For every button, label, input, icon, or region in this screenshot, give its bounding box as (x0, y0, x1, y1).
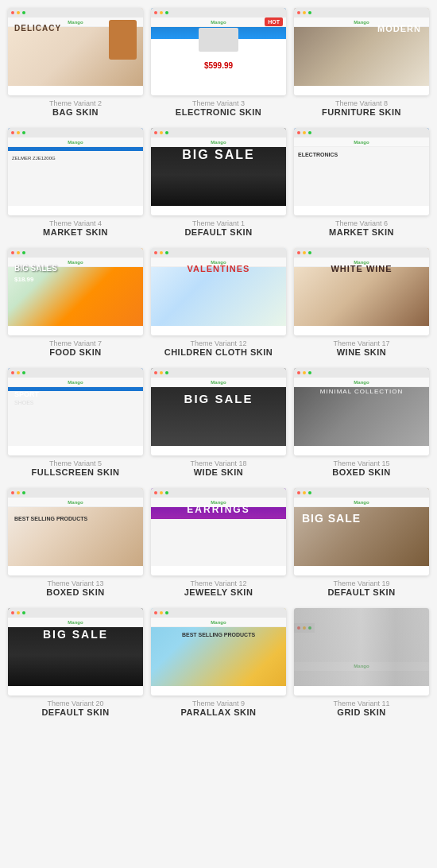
skin-item-skin-default20[interactable]: MangoTheme Variant 20DEFAULT SKIN (8, 608, 143, 720)
skin-variant-label: Theme Variant 11 (334, 699, 390, 707)
browser-bar (294, 488, 429, 498)
dot-green (22, 371, 25, 374)
skin-item-skin-children[interactable]: MangoTheme Variant 12CHILDREN CLOTH SKIN (151, 248, 286, 360)
dot-green (22, 491, 25, 494)
skin-preview-skin-boxed15: Mango (294, 368, 429, 455)
browser-bar (294, 368, 429, 378)
skin-name-label: BAG SKIN (52, 107, 99, 117)
skin-name-label: CHILDREN CLOTH SKIN (164, 347, 273, 357)
dot-green (165, 491, 168, 494)
skin-name-label: FURNITURE SKIN (322, 107, 401, 117)
dot-yellow (160, 491, 163, 494)
navbar-sim: Mango (8, 618, 143, 627)
skin-item-skin-default19[interactable]: MangoTheme Variant 19DEFAULT SKIN (294, 488, 429, 600)
skin-content-skin-grid: Mango (294, 608, 429, 686)
skin-name-label: MARKET SKIN (329, 227, 394, 237)
logo: Mango (354, 664, 369, 668)
skin-item-skin-wide[interactable]: MangoTheme Variant 18WIDE SKIN (151, 368, 286, 480)
navbar-sim: Mango (8, 498, 143, 507)
navbar-sim: Mango (151, 498, 286, 507)
skin-variant-label: Theme Variant 12 (191, 339, 247, 347)
dot-green (165, 11, 168, 14)
logo: Mango (354, 140, 369, 145)
skin-content-skin-default19: Mango (294, 488, 429, 566)
logo: Mango (211, 140, 226, 145)
dot-yellow (17, 251, 20, 254)
skin-variant-label: Theme Variant 7 (49, 339, 102, 347)
skin-item-skin-wine[interactable]: MangoTheme Variant 17WINE SKIN (294, 248, 429, 360)
skin-preview-skin-default1: Mango (151, 128, 286, 215)
dot-yellow (17, 611, 20, 614)
logo: Mango (354, 500, 369, 505)
skin-variant-label: Theme Variant 18 (191, 459, 247, 467)
dot-yellow (17, 371, 20, 374)
skin-variant-label: Theme Variant 9 (192, 699, 245, 707)
skin-item-skin-market6[interactable]: MangoTheme Variant 6MARKET SKIN (294, 128, 429, 240)
dot-yellow (303, 491, 306, 494)
skin-content-skin-market6: Mango (294, 128, 429, 206)
navbar-sim: Mango (294, 662, 429, 672)
skin-name-label: BOXED SKIN (332, 467, 390, 477)
skin-preview-skin-default20: Mango (8, 608, 143, 696)
dot-yellow (160, 251, 163, 254)
logo: Mango (211, 500, 226, 505)
skin-content-skin-wine: Mango (294, 248, 429, 326)
browser-bar (8, 248, 143, 258)
dot-green (165, 371, 168, 374)
skin-variant-label: Theme Variant 17 (334, 339, 390, 347)
browser-bar (8, 368, 143, 378)
logo: Mango (211, 20, 226, 25)
skin-item-skin-market4[interactable]: MangoTheme Variant 4MARKET SKIN (8, 128, 143, 240)
skin-item-skin-food[interactable]: MangoTheme Variant 7FOOD SKIN (8, 248, 143, 360)
skin-item-skin-jewelry[interactable]: MangoTheme Variant 12JEWEELY SKIN (151, 488, 286, 600)
logo: Mango (354, 380, 369, 385)
browser-bar (8, 488, 143, 498)
skin-item-skin-furniture[interactable]: MangoTheme Variant 8FURNITURE SKIN (294, 8, 429, 120)
skin-item-skin-boxed15[interactable]: MangoTheme Variant 15BOXED SKIN (294, 368, 429, 480)
browser-bar (151, 368, 286, 378)
dot-green (308, 371, 311, 374)
skin-preview-skin-food: Mango (8, 248, 143, 335)
navbar-sim: Mango (8, 378, 143, 387)
browser-bar (151, 8, 286, 17)
dot-green (308, 251, 311, 254)
skin-item-skin-electronic[interactable]: MangoHOTTheme Variant 3ELECTRONIC SKIN (151, 8, 286, 120)
logo: Mango (68, 620, 83, 625)
skin-item-skin-boxed13[interactable]: MangoTheme Variant 13BOXED SKIN (8, 488, 143, 600)
skin-name-label: DEFAULT SKIN (41, 707, 109, 717)
skin-item-skin-parallax[interactable]: MangoTheme Variant 9PARALLAX SKIN (151, 608, 286, 720)
skin-content-skin-fullscreen: Mango (8, 368, 143, 446)
dot-red (154, 491, 157, 494)
skin-preview-skin-market6: Mango (294, 128, 429, 215)
logo: Mango (68, 260, 83, 265)
skin-name-label: DEFAULT SKIN (184, 227, 252, 237)
navbar-sim: Mango (294, 138, 429, 147)
skin-preview-skin-parallax: Mango (151, 608, 286, 696)
dot-red (297, 11, 300, 14)
skin-item-skin-fullscreen[interactable]: MangoTheme Variant 5FULLSCREEN SKIN (8, 368, 143, 480)
browser-bar (294, 8, 429, 17)
skin-preview-skin-market4: Mango (8, 128, 143, 215)
dot-red (11, 371, 14, 374)
hot-badge: HOT (265, 17, 283, 26)
skin-content-skin-default20: Mango (8, 608, 143, 686)
skin-variant-label: Theme Variant 1 (192, 219, 245, 227)
skin-content-skin-food: Mango (8, 248, 143, 326)
dot-yellow (160, 611, 163, 614)
skin-item-skin-grid[interactable]: MangoTheme Variant 11GRID SKIN (294, 608, 429, 720)
dot-red (11, 11, 14, 14)
navbar-sim: Mango (294, 378, 429, 387)
skin-content-skin-children: Mango (151, 248, 286, 326)
navbar-sim: Mango (294, 17, 429, 27)
skin-preview-skin-children: Mango (151, 248, 286, 335)
dot-red (154, 611, 157, 614)
dot-red (297, 131, 300, 134)
skin-variant-label: Theme Variant 8 (335, 99, 388, 107)
navbar-sim: Mango (8, 258, 143, 267)
skin-grid-container: MangoTheme Variant 2BAG SKINMangoHOTThem… (0, 0, 437, 728)
dot-red (154, 11, 157, 14)
skin-item-skin-bag[interactable]: MangoTheme Variant 2BAG SKIN (8, 8, 143, 120)
skin-item-skin-default1[interactable]: MangoTheme Variant 1DEFAULT SKIN (151, 128, 286, 240)
dot-yellow (17, 131, 20, 134)
browser-bar (8, 608, 143, 618)
